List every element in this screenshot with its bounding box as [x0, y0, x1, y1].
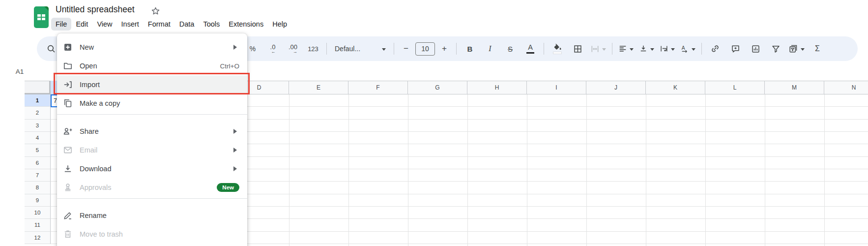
decrease-font-size-button[interactable]: −: [398, 40, 414, 57]
row-header-5[interactable]: 5: [25, 144, 51, 156]
increase-font-size-button[interactable]: +: [436, 40, 452, 57]
column-header-K[interactable]: K: [646, 81, 705, 94]
grid-column-line: [824, 94, 825, 246]
filter-views-icon: [788, 44, 798, 54]
insert-link-button[interactable]: [706, 40, 724, 57]
borders-icon: [573, 44, 582, 54]
column-header-L[interactable]: L: [705, 81, 765, 94]
chevron-down-icon: [692, 48, 695, 53]
row-header-1[interactable]: 1: [25, 94, 51, 107]
row-header-10[interactable]: 10: [25, 207, 51, 219]
borders-button[interactable]: [568, 40, 587, 57]
link-icon: [710, 44, 720, 54]
star-icon[interactable]: [150, 5, 161, 16]
column-header-H[interactable]: H: [467, 81, 527, 94]
chevron-down-icon: [671, 48, 675, 53]
text-color-button[interactable]: A: [521, 40, 540, 57]
row-header-8[interactable]: 8: [25, 182, 51, 194]
sheets-logo-icon[interactable]: [34, 6, 49, 28]
menu-format[interactable]: Format: [144, 18, 175, 31]
column-header-I[interactable]: I: [527, 81, 586, 94]
file-menu-item-move-to-trash[interactable]: Move to trash: [57, 225, 247, 244]
bold-button[interactable]: B: [461, 40, 479, 57]
font-size-input[interactable]: 10: [415, 42, 435, 56]
menu-divider: [57, 198, 247, 199]
insert-chart-button[interactable]: [746, 40, 765, 57]
merge-cells-button[interactable]: [588, 40, 608, 57]
create-filter-button[interactable]: [766, 40, 785, 57]
font-selector[interactable]: Defaul...: [331, 40, 390, 57]
keyboard-shortcut: Ctrl+O: [220, 62, 239, 70]
rename-icon: [63, 211, 73, 220]
name-box[interactable]: A1: [9, 68, 30, 75]
menu-insert[interactable]: Insert: [117, 18, 144, 31]
column-header-E[interactable]: E: [289, 81, 348, 94]
vertical-align-button[interactable]: [637, 40, 656, 57]
toolbar-divider: [326, 43, 327, 55]
column-header-M[interactable]: M: [765, 81, 824, 94]
select-all-corner[interactable]: [25, 81, 51, 94]
row-header-4[interactable]: 4: [25, 132, 51, 144]
logo-grid-glyph: [37, 14, 45, 20]
column-header-J[interactable]: J: [586, 81, 646, 94]
column-header-G[interactable]: G: [408, 81, 467, 94]
menu-help[interactable]: Help: [268, 18, 291, 31]
menu-extensions[interactable]: Extensions: [224, 18, 268, 31]
text-rotation-icon: A: [680, 44, 689, 53]
person-add-icon: [63, 126, 73, 136]
grid-column-line: [289, 94, 289, 246]
menu-data[interactable]: Data: [175, 18, 199, 31]
menu-item-label: Make a copy: [80, 99, 239, 107]
menu-item-label: Move to trash: [80, 230, 239, 238]
vertical-align-bottom-icon: [639, 44, 648, 53]
fill-color-button[interactable]: [548, 40, 567, 57]
menu-edit[interactable]: Edit: [71, 18, 92, 31]
row-header-2[interactable]: 2: [25, 107, 51, 119]
menu-item-label: New: [80, 43, 228, 51]
grid-column-line: [467, 94, 468, 246]
filter-views-button[interactable]: [786, 40, 807, 57]
horizontal-align-button[interactable]: [616, 40, 636, 57]
merge-cells-icon: [590, 44, 600, 54]
text-rotation-button[interactable]: A: [678, 40, 697, 57]
logo-fold: [44, 6, 49, 11]
row-header-12[interactable]: 12: [25, 232, 51, 244]
row-header-9[interactable]: 9: [25, 194, 51, 207]
column-header-N[interactable]: N: [824, 81, 868, 94]
more-formats-button[interactable]: 123: [304, 40, 322, 57]
file-menu-item-email[interactable]: Email: [57, 141, 247, 159]
text-wrap-button[interactable]: [658, 40, 677, 57]
file-menu-item-download[interactable]: Download: [57, 159, 247, 178]
chevron-down-icon: [602, 48, 606, 53]
column-header-F[interactable]: F: [348, 81, 408, 94]
document-title[interactable]: Untitled spreadsheet: [56, 4, 135, 15]
menu-item-label: Rename: [80, 212, 239, 219]
menu-tools[interactable]: Tools: [199, 18, 224, 31]
row-header-7[interactable]: 7: [25, 169, 51, 182]
submenu-arrow-icon: [233, 166, 239, 171]
functions-button[interactable]: Σ: [808, 40, 827, 57]
italic-button[interactable]: I: [481, 40, 499, 57]
increase-decimal-button[interactable]: .00 →: [284, 40, 302, 57]
comment-add-icon: [731, 44, 740, 54]
row-header-11[interactable]: 11: [25, 219, 51, 231]
insert-comment-button[interactable]: [726, 40, 745, 57]
file-menu-item-make-a-copy[interactable]: Make a copy: [57, 94, 247, 113]
decrease-decimal-button[interactable]: .0 ←: [263, 40, 282, 57]
file-menu-item-share[interactable]: Share: [57, 122, 247, 141]
menu-view[interactable]: View: [92, 18, 116, 31]
grid-column-line: [527, 94, 527, 246]
menu-item-label: Share: [80, 127, 228, 135]
submenu-arrow-icon: [233, 148, 239, 153]
google-sheets-app: Untitled spreadsheet FileEditViewInsertF…: [0, 0, 868, 246]
file-menu-item-approvals[interactable]: ApprovalsNew: [57, 178, 247, 197]
menu-file[interactable]: File: [51, 18, 71, 31]
toolbar-divider: [612, 43, 612, 55]
strikethrough-button[interactable]: S: [501, 40, 520, 57]
file-menu-item-new[interactable]: New: [57, 38, 247, 57]
row-header-3[interactable]: 3: [25, 120, 51, 132]
row-header-6[interactable]: 6: [25, 157, 51, 169]
align-left-icon: [618, 44, 627, 53]
menu-divider: [57, 114, 247, 115]
file-menu-item-rename[interactable]: Rename: [57, 206, 247, 225]
